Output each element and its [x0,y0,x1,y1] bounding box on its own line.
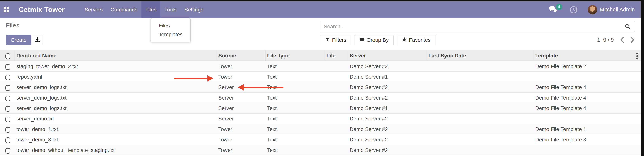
dropdown-item-templates[interactable]: Templates [151,30,190,39]
table-row[interactable]: tower_demo_3.txt Tower Text Demo Server … [0,135,640,145]
table-row[interactable]: staging_tower_demo_2.txt Tower Text Demo… [0,61,640,72]
page-title: Files [6,22,19,29]
row-checkbox[interactable] [6,85,10,91]
cell-template: Demo File Template 2 [534,61,640,72]
pager: 1–9 / 9 [580,37,635,43]
cell-template: Demo File Template 4 [534,93,640,103]
column-header-file-type[interactable]: File Type [265,50,325,61]
table-header-row: Rendered Name Source File Type File Serv… [0,50,640,61]
cell-last-sync-date [427,103,534,114]
row-checkbox[interactable] [6,64,10,70]
row-checkbox-cell [0,93,15,103]
files-list-view: Rendered Name Source File Type File Serv… [0,50,640,156]
table-row[interactable]: repos.yaml Tower Text Demo Server #1 [0,72,640,82]
column-header-template[interactable]: Template [534,50,640,61]
cell-source: Tower [216,124,265,135]
row-checkbox-cell [0,61,15,72]
cell-server: Demo Server #2 [348,124,427,135]
select-all-checkbox[interactable] [6,54,10,59]
cell-last-sync-date [427,135,534,145]
table-row[interactable]: server_demo.txt Server Text Demo Server … [0,114,640,124]
cell-file [325,124,348,135]
download-icon [34,37,40,43]
cell-server: Demo Server #2 [348,145,427,156]
cell-last-sync-date [427,82,534,93]
download-button[interactable] [32,35,43,45]
row-checkbox[interactable] [6,117,10,122]
chevron-left-icon[interactable] [620,37,624,43]
favorites-button-label: Favorites [409,37,430,43]
table-row[interactable]: tower_demo_without_template_staging.txt … [0,145,640,156]
cell-file-type: Text [265,135,325,145]
menu-item-servers[interactable]: Servers [81,1,106,18]
menu-item-files[interactable]: Files [142,1,160,18]
cell-rendered-name: tower_demo_without_template_staging.txt [15,145,216,156]
cell-server: Demo Server #2 [348,61,427,72]
cell-server: Demo Server #2 [348,93,427,103]
search-input[interactable] [320,24,624,30]
row-checkbox[interactable] [6,96,10,101]
cell-file [325,135,348,145]
row-checkbox[interactable] [6,75,10,80]
systray: 4 Mitchell Admin [548,5,635,14]
apps-grid-icon[interactable] [4,7,9,12]
row-checkbox[interactable] [6,127,10,133]
table-row[interactable]: server_demo_logs.txt Server Text Demo Se… [0,103,640,114]
cell-file [325,145,348,156]
cell-file [325,103,348,114]
brand-title[interactable]: Cetmix Tower [18,6,65,14]
cell-template [534,145,640,156]
window-top-edge [0,0,644,1]
group-by-button-label: Group By [366,37,388,43]
group-by-button[interactable]: Group By [354,35,394,45]
row-checkbox[interactable] [6,106,10,112]
favorites-button[interactable]: Favorites [397,35,436,45]
column-header-rendered-name[interactable]: Rendered Name [15,50,216,61]
cell-file-type: Text [265,72,325,82]
column-header-file[interactable]: File [325,50,348,61]
cell-last-sync-date [427,61,534,72]
column-header-server[interactable]: Server [348,50,427,61]
column-header-source[interactable]: Source [216,50,265,61]
messages-button[interactable]: 4 [548,5,558,14]
search-options: Filters Group By Favorites [320,35,436,45]
table-row[interactable]: server_demo_logs.txt Server Text Demo Se… [0,93,640,103]
cell-file-type: Text [265,114,325,124]
cell-file-type: Text [265,61,325,72]
cell-rendered-name: server_demo_logs.txt [15,82,216,93]
row-checkbox[interactable] [6,148,10,154]
column-header-last-sync-date[interactable]: Last Sync Date [427,50,534,61]
menu-item-tools[interactable]: Tools [160,1,180,18]
cell-file-type: Text [265,93,325,103]
menu-item-settings[interactable]: Settings [180,1,207,18]
row-checkbox[interactable] [6,138,10,143]
user-avatar[interactable] [588,5,597,14]
cell-file [325,114,348,124]
menu-item-commands[interactable]: Commands [106,1,141,18]
funnel-icon [325,37,330,43]
create-button[interactable]: Create [6,35,31,45]
cell-rendered-name: repos.yaml [15,72,216,82]
bars-icon [359,37,364,43]
activities-button[interactable] [569,5,578,14]
cell-template: Demo File Template 3 [534,135,640,145]
row-checkbox-cell [0,124,15,135]
row-checkbox-cell [0,103,15,114]
cell-source: Server [216,114,265,124]
optional-columns-icon[interactable] [636,53,638,59]
user-menu[interactable]: Mitchell Admin [600,6,635,13]
cell-rendered-name: staging_tower_demo_2.txt [15,61,216,72]
cell-server: Demo Server #2 [348,135,427,145]
cell-template: Demo File Template 4 [534,103,640,114]
cell-template [534,72,640,82]
cell-server: Demo Server #1 [348,72,427,82]
chevron-right-icon[interactable] [630,37,635,43]
dropdown-item-files[interactable]: Files [151,21,190,30]
cell-source: Server [216,103,265,114]
cell-rendered-name: server_demo_logs.txt [15,103,216,114]
table-row[interactable]: tower_demo_1.txt Tower Text Demo Server … [0,124,640,135]
table-row[interactable]: server_demo_logs.txt Server Text Demo Se… [0,82,640,93]
search-icon[interactable] [624,23,631,30]
filters-button[interactable]: Filters [320,35,351,45]
cell-file [325,82,348,93]
